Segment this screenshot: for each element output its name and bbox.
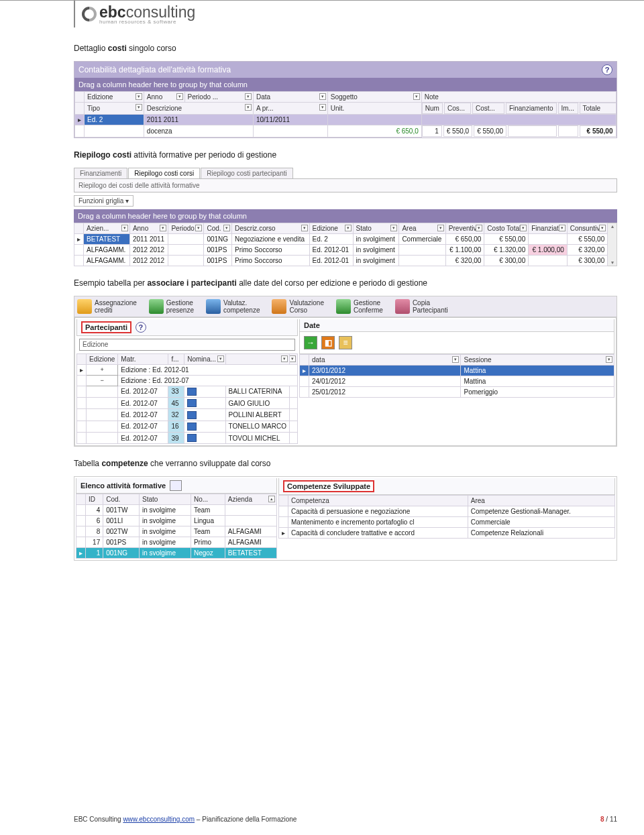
panel-title: Contabilità dettagliata dell'attività fo… <box>78 65 231 74</box>
add-button[interactable]: → <box>304 336 317 349</box>
activity-row[interactable]: ▸1001NGin svolgimeNegozBETATEST <box>76 548 277 559</box>
activity-row[interactable]: 6001LIin svolgimeLingua <box>76 516 277 526</box>
footer-link[interactable]: www.ebcconsulting.com <box>123 816 195 823</box>
warn-button[interactable]: ≡ <box>339 336 352 349</box>
col-apr: A pr...▾ <box>253 103 327 115</box>
edizione-filter[interactable]: Edizione <box>79 339 295 351</box>
date-row[interactable]: ▸23/01/2012Mattina <box>300 365 614 376</box>
col-soggetto: Soggetto▾ <box>327 92 421 103</box>
cost-detail-grid[interactable]: Edizione▾ Anno▾ Periodo ...▾ Data▾ Sogge… <box>74 91 616 137</box>
tab-partecipanti[interactable]: Partecipanti <box>81 321 131 333</box>
column-header[interactable]: Azien...▾ <box>84 223 130 233</box>
col-stato: Stato <box>139 494 191 505</box>
participants-panel: AssegnazionecreditiGestionepresenzeValut… <box>74 296 617 447</box>
date-row[interactable]: 25/01/2012Pomeriggio <box>300 386 614 397</box>
heading-4: Tabella competenze che verranno sviluppa… <box>74 459 617 468</box>
logo-icon <box>82 7 97 21</box>
participant-row[interactable]: Ed. 2012-0745GAIO GIULIO <box>77 397 298 408</box>
activity-row[interactable]: 8002TWin svolgimeTeamALFAGAMI <box>76 526 277 537</box>
ribbon-item[interactable]: CopiaPartecipanti <box>395 299 448 314</box>
col-matr: Matr. <box>118 353 168 364</box>
heading-3: Esempio tabella per associare i partecip… <box>74 278 617 288</box>
ribbon-item[interactable]: Gestionepresenze <box>149 299 194 314</box>
ribbon-item[interactable]: Valutaz.competenze <box>206 299 260 314</box>
participant-row[interactable]: Ed. 2012-0732POLLINI ALBERT <box>77 409 298 421</box>
expand-icon: + <box>87 364 118 375</box>
tabstrip[interactable]: Finanziamenti Riepilogo costi corsi Riep… <box>74 168 617 178</box>
tab-riepilogo-corsi[interactable]: Riepilogo costi corsi <box>128 168 200 178</box>
col-edizione: Edizione▾ <box>85 92 144 103</box>
col-descr: Descrizione▾ <box>144 103 253 115</box>
ribbon-icon <box>272 299 286 314</box>
group-by-bar[interactable]: Drag a column header here to group by th… <box>74 209 617 223</box>
tab-date[interactable]: Date <box>304 321 320 329</box>
competenze-panel: Elenco attività formative ID Cod. Stato … <box>74 476 617 561</box>
heading-2: Riepilogo costi attività formative per p… <box>74 150 617 160</box>
dates-grid[interactable]: data▾ Sessione▾ ▸23/01/2012Mattina24/01/… <box>299 354 614 398</box>
participant-row[interactable]: Ed. 2012-0733BALLI CATERINA <box>77 386 298 397</box>
data-row[interactable]: ALFAGAMM.2012 2012001PSPrimo SoccorsoEd.… <box>74 244 608 255</box>
competenza-row[interactable]: Mantenimento e incremento portafoglio cl… <box>279 517 615 528</box>
group-by-bar[interactable]: Drag a column header here to group by th… <box>74 78 616 91</box>
ribbon-item[interactable]: ValutazioneCorso <box>272 299 324 314</box>
participant-row[interactable]: Ed. 2012-0716TONELLO MARCO <box>77 421 298 432</box>
data-row[interactable]: ▸BETATEST2011 2011001NGNegoziazione e ve… <box>74 233 608 244</box>
col-note: Note <box>421 92 616 103</box>
summary-grid[interactable]: Azien...▾Anno▾Periodo...▾Cod.▾Descriz.co… <box>74 223 608 266</box>
column-header[interactable]: Consuntivo▾ <box>567 223 607 233</box>
config-icon[interactable] <box>170 480 182 491</box>
col-data: Data▾ <box>253 92 327 103</box>
group-row[interactable]: −Edizione : Ed. 2012-07 <box>77 375 298 386</box>
page-footer: EBC Consulting www.ebcconsulting.com – P… <box>74 812 617 823</box>
ribbon-icon <box>395 299 410 314</box>
tab-riepilogo-partecipanti[interactable]: Riepilogo costi partecipanti <box>201 168 293 178</box>
col-competenza: Competenza <box>288 496 468 506</box>
heading-1: Dettaglio costi singolo corso <box>74 44 617 53</box>
col-anno: Anno▾ <box>144 92 184 103</box>
stop-button[interactable]: ◧ <box>321 336 335 349</box>
data-row[interactable]: ALFAGAMM.2012 2012001PSPrimo SoccorsoEd.… <box>74 255 608 266</box>
column-header[interactable]: Cod.▾ <box>204 223 232 233</box>
col-data: data▾ <box>309 354 461 365</box>
competenza-row[interactable]: Capacità di persuasione e negoziazioneCo… <box>279 506 615 517</box>
cost-detail-panel: Contabilità dettagliata dell'attività fo… <box>74 61 617 138</box>
participants-grid[interactable]: Edizione Matr. f... Nomina...▾ ▾ ▾ ▸+Edi… <box>76 353 298 445</box>
activity-row[interactable]: 17001PSin svolgimePrimoALFAGAMI <box>76 537 277 548</box>
column-header[interactable]: Descriz.corso▾ <box>232 223 310 233</box>
group-row[interactable]: ▸+Edizione : Ed. 2012-01 <box>77 364 298 375</box>
data-row[interactable]: docenza € 650,0 1 € 550,0 € 550,00 € 550… <box>75 125 616 137</box>
ribbon: AssegnazionecreditiGestionepresenzeValut… <box>74 296 616 317</box>
col-unit: Unit. <box>327 103 421 115</box>
column-header[interactable]: Area▾ <box>399 223 445 233</box>
person-icon <box>187 411 197 419</box>
date-row[interactable]: 24/01/2012Mattina <box>300 376 614 386</box>
column-header[interactable]: Periodo...▾ <box>168 223 204 233</box>
help-icon[interactable]: ? <box>602 64 612 75</box>
ribbon-icon <box>336 299 351 314</box>
tab-finanziamenti[interactable]: Finanziamenti <box>74 168 127 178</box>
col-periodo: Periodo ...▾ <box>184 92 253 103</box>
col-id: ID <box>86 494 103 505</box>
data-row[interactable]: ▸ Ed. 2 2011 2011 10/11/2011 <box>75 115 616 125</box>
column-header[interactable]: Costo Totale▾ <box>484 223 529 233</box>
col-edizione: Edizione <box>87 353 118 364</box>
column-header[interactable]: Anno▾ <box>129 223 168 233</box>
col-f: f... <box>168 353 184 364</box>
ribbon-item[interactable]: Assegnazionecrediti <box>77 299 137 314</box>
help-icon[interactable]: ? <box>136 322 146 333</box>
column-header[interactable]: Stato▾ <box>353 223 399 233</box>
activities-grid[interactable]: ID Cod. Stato No... Azienda▴ 4001TWin sv… <box>76 494 277 559</box>
competenza-row[interactable]: ▸Capacità di concludere trattative e acc… <box>279 528 615 539</box>
competenze-grid[interactable]: Competenza Area Capacità di persuasione … <box>278 495 615 539</box>
participant-row[interactable]: Ed. 2012-0739TOVOLI MICHEL <box>77 432 298 443</box>
vertical-scrollbar[interactable]: ▴▾ <box>608 223 617 266</box>
col-area: Area <box>468 496 614 506</box>
col-tipo: Tipo▾ <box>85 103 144 115</box>
column-header[interactable]: Finanziato▾ <box>529 223 568 233</box>
grid-functions-button[interactable]: Funzioni griglia ▾ <box>74 195 133 207</box>
activity-row[interactable]: 4001TWin svolgimeTeam <box>76 505 277 516</box>
ribbon-item[interactable]: GestioneConferme <box>336 299 383 314</box>
summary-subtitle: Riepilogo dei costi delle attività forma… <box>74 178 617 192</box>
column-header[interactable]: Edizione▾ <box>309 223 353 233</box>
column-header[interactable]: Preventivo▾ <box>445 223 484 233</box>
